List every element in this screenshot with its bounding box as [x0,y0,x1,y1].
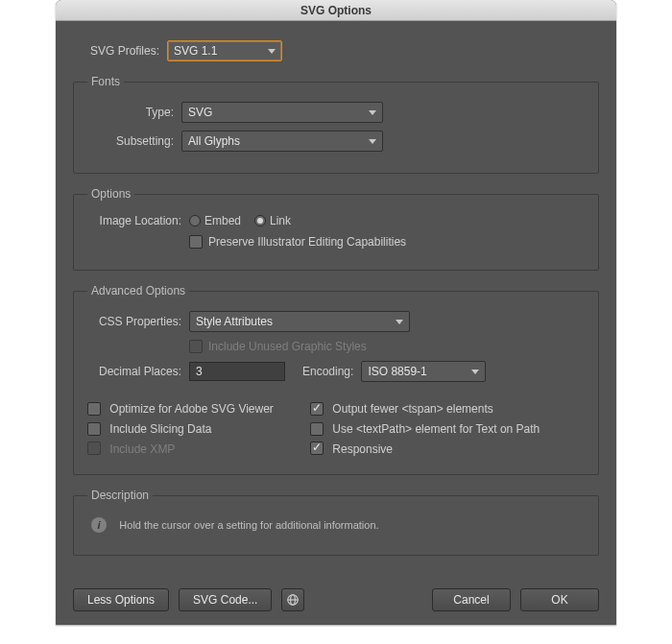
decimal-places-label: Decimal Places: [87,365,189,378]
info-icon: i [91,517,107,533]
font-type-dropdown[interactable]: SVG [181,102,383,123]
image-location-embed-radio[interactable] [189,215,201,227]
chevron-down-icon [369,110,376,115]
ok-button[interactable]: OK [520,588,599,611]
image-location-embed-label: Embed [204,214,241,227]
preserve-capabilities-row: Preserve Illustrator Editing Capabilitie… [87,235,585,249]
include-slicing-checkbox[interactable] [87,422,101,436]
css-properties-label: CSS Properties: [87,315,189,328]
svg-profiles-label: SVG Profiles: [73,44,167,58]
optimize-svg-viewer-checkbox[interactable] [87,402,101,416]
preserve-capabilities-checkbox[interactable] [189,235,203,249]
decimal-encoding-row: Decimal Places: Encoding: ISO 8859-1 [87,361,585,382]
font-subsetting-dropdown[interactable]: All Glyphs [181,131,383,152]
fonts-group: Fonts Type: SVG Subsetting: All Glyphs [73,75,599,174]
options-legend: Options [87,187,134,201]
output-tspan-label: Output fewer <tspan> elements [332,402,492,416]
optimize-svg-viewer-label: Optimize for Adobe SVG Viewer [109,402,274,416]
dialog-body: SVG Profiles: SVG 1.1 Fonts Type: SVG Su… [56,21,616,579]
svg-code-button[interactable]: SVG Code... [179,588,272,611]
include-unused-checkbox [189,340,203,353]
image-location-link-radio[interactable] [254,215,266,227]
include-slicing-label: Include Slicing Data [109,422,211,436]
font-type-value: SVG [188,106,212,119]
css-properties-dropdown[interactable]: Style Attributes [189,311,410,332]
include-xmp-label: Include XMP [109,441,175,455]
font-type-label: Type: [87,106,181,119]
cancel-button[interactable]: Cancel [432,588,511,611]
decimal-places-input[interactable] [189,362,285,381]
encoding-value: ISO 8859-1 [368,365,426,378]
dialog-title: SVG Options [56,0,616,21]
svg-profiles-dropdown[interactable]: SVG 1.1 [167,40,282,61]
font-subsetting-label: Subsetting: [87,134,181,148]
globe-icon [286,593,300,607]
font-subsetting-row: Subsetting: All Glyphs [87,131,585,152]
textpath-label: Use <textPath> element for Text on Path [332,422,540,436]
svg-profiles-row: SVG Profiles: SVG 1.1 [73,40,599,61]
chevron-down-icon [369,139,376,144]
advanced-options-group: Advanced Options CSS Properties: Style A… [73,284,599,475]
css-properties-row: CSS Properties: Style Attributes [87,311,585,332]
dialog-footer: Less Options SVG Code... Cancel OK [56,579,616,625]
chevron-down-icon [471,370,479,374]
font-type-row: Type: SVG [87,102,585,123]
image-location-label: Image Location: [87,214,189,227]
description-text: Hold the cursor over a setting for addit… [119,519,378,531]
chevron-down-icon [268,49,276,54]
less-options-button[interactable]: Less Options [73,588,169,611]
include-unused-row: Include Unused Graphic Styles [87,340,585,353]
image-location-link-label: Link [270,214,291,227]
encoding-label: Encoding: [302,365,361,378]
output-tspan-checkbox[interactable] [310,402,324,416]
font-subsetting-value: All Glyphs [188,134,240,148]
include-unused-label: Include Unused Graphic Styles [208,340,367,353]
encoding-dropdown[interactable]: ISO 8859-1 [361,361,486,382]
chevron-down-icon [396,320,403,324]
css-properties-value: Style Attributes [196,315,273,328]
description-legend: Description [87,489,153,502]
svg-profiles-value: SVG 1.1 [174,44,217,58]
svg-options-dialog: SVG Options SVG Profiles: SVG 1.1 Fonts … [56,0,616,625]
fonts-legend: Fonts [87,75,124,88]
web-preview-button[interactable] [281,588,304,611]
textpath-checkbox[interactable] [310,422,324,436]
options-group: Options Image Location: Embed Link Prese… [73,187,599,271]
advanced-legend: Advanced Options [87,284,189,298]
description-group: Description i Hold the cursor over a set… [73,489,599,556]
responsive-label: Responsive [332,441,393,455]
include-xmp-checkbox [87,441,101,455]
responsive-checkbox[interactable] [310,441,324,455]
image-location-row: Image Location: Embed Link [87,214,585,227]
preserve-capabilities-label: Preserve Illustrator Editing Capabilitie… [208,235,406,249]
